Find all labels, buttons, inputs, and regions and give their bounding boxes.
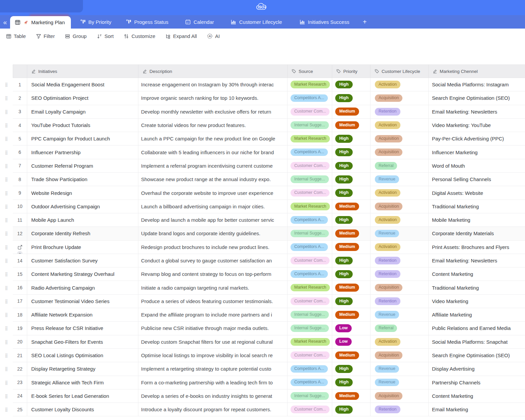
drag-handle-icon[interactable]: ⣿ [5, 245, 8, 249]
column-header-priority[interactable]: Priority [332, 65, 370, 78]
source-badge[interactable]: Competitors A... [291, 270, 328, 278]
lifecycle-cell[interactable]: Revenue [370, 173, 428, 186]
row-number-cell[interactable]: 22 [13, 362, 27, 376]
table-row[interactable]: ⣿4YouTube Product TutorialsCreate tutori… [0, 119, 525, 132]
table-row[interactable]: ⣿18Affiliate Network ExpansionExpand the… [0, 308, 525, 322]
column-header-initiatives[interactable]: Initiatives [27, 65, 138, 78]
priority-badge[interactable]: High [335, 189, 353, 197]
drag-handle-icon[interactable]: ⣿ [5, 408, 8, 412]
row-number-cell[interactable]: 17 [13, 295, 27, 308]
row-number-cell[interactable]: 20 [13, 335, 27, 349]
column-header-source[interactable]: Source [287, 65, 332, 78]
tab-marketing-plan[interactable]: Marketing Plan [10, 16, 71, 29]
table-row[interactable]: ⣿20Snapchat Geo-Filters for EventsDevelo… [0, 335, 525, 349]
priority-cell[interactable]: Medium [332, 227, 370, 240]
description-cell[interactable]: Update brand logos and corporate identit… [138, 227, 287, 240]
channel-cell[interactable]: Social Media Platforms: Snapchat [428, 335, 525, 349]
source-badge[interactable]: Market Research [291, 81, 330, 88]
description-cell[interactable]: Expand the affiliate program to include … [138, 308, 287, 322]
channel-cell[interactable]: Video Marketing [428, 295, 525, 308]
lifecycle-badge[interactable]: Revenue [375, 379, 399, 386]
lifecycle-cell[interactable]: Activation [370, 213, 428, 227]
source-badge[interactable]: Customer Com... [291, 297, 330, 305]
lifecycle-badge[interactable]: Acquisition [375, 94, 402, 102]
priority-cell[interactable]: Medium [332, 308, 370, 322]
lifecycle-badge[interactable]: Retention [375, 257, 400, 264]
initiative-cell[interactable]: Influencer Partnership [27, 145, 138, 159]
toolbar-sort-button[interactable]: Sort [97, 33, 114, 39]
priority-badge[interactable]: Medium [335, 203, 359, 211]
row-number-cell[interactable]: 12 [13, 227, 27, 240]
priority-badge[interactable]: High [335, 365, 353, 373]
initiative-cell[interactable]: Customer Referral Program [27, 159, 138, 173]
source-cell[interactable]: Customer Com... [287, 186, 332, 200]
lifecycle-badge[interactable]: Activation [375, 243, 400, 251]
priority-badge[interactable]: High [335, 135, 353, 143]
column-header-marketing-chennel[interactable]: Marketing Chennel [428, 65, 525, 78]
drag-handle-icon[interactable]: ⣿ [5, 232, 8, 236]
lifecycle-cell[interactable]: Retention [370, 105, 428, 119]
source-cell[interactable]: Internal Sugge... [287, 173, 332, 186]
priority-cell[interactable]: High [332, 267, 370, 281]
initiative-cell[interactable]: Trade Show Participation [27, 173, 138, 186]
drag-handle-icon[interactable]: ⣿ [5, 326, 8, 330]
priority-badge[interactable]: High [335, 81, 353, 89]
lifecycle-cell[interactable]: Revenue [370, 376, 428, 389]
priority-cell[interactable]: High [332, 362, 370, 376]
initiative-cell[interactable]: Corporate Identity Refresh [27, 227, 138, 240]
add-view-button[interactable]: + [359, 15, 370, 29]
initiative-cell[interactable]: SEO Local Listings Optimisation [27, 349, 138, 362]
lifecycle-badge[interactable]: Revenue [375, 365, 399, 373]
source-cell[interactable]: Market Research [287, 200, 332, 213]
description-cell[interactable]: Develop custom Snapchat filters for use … [138, 335, 287, 349]
source-badge[interactable]: Competitors A... [291, 216, 328, 224]
lifecycle-badge[interactable]: Activation [375, 121, 400, 129]
priority-cell[interactable]: High [332, 186, 370, 200]
source-cell[interactable]: Customer Com... [287, 159, 332, 173]
description-cell[interactable]: Improve organic search ranking for top 1… [138, 91, 287, 105]
toolbar-ai-button[interactable]: AI AI [207, 33, 220, 39]
lifecycle-cell[interactable]: Retention [370, 295, 428, 308]
table-row[interactable]: ⣿11Mobile App LaunchDevelop and launch a… [0, 213, 525, 227]
priority-badge[interactable]: High [335, 148, 353, 156]
initiative-cell[interactable]: E-book Series for Lead Generation [27, 389, 138, 403]
source-badge[interactable]: Customer Com... [291, 189, 330, 197]
initiative-cell[interactable]: Outdoor Advertising Campaign [27, 200, 138, 213]
initiative-cell[interactable]: SEO Optimisation Project [27, 91, 138, 105]
priority-cell[interactable]: Medium [332, 349, 370, 362]
channel-cell[interactable]: Traditional Marketing [428, 200, 525, 213]
row-number-cell[interactable]: 19 [13, 322, 27, 335]
source-cell[interactable]: Internal Sugge... [287, 322, 332, 335]
description-cell[interactable]: Revamp blog and content strategy to focu… [138, 267, 287, 281]
initiative-cell[interactable]: Strategic Alliance with Tech Firm [27, 376, 138, 389]
priority-cell[interactable]: Medium [332, 241, 370, 254]
table-row[interactable]: ⣿7Customer Referral ProgramImplement a r… [0, 159, 525, 173]
lifecycle-badge[interactable]: Retention [375, 297, 400, 305]
lifecycle-cell[interactable]: Activation [370, 335, 428, 349]
external-link-icon[interactable] [17, 245, 23, 250]
channel-cell[interactable]: Social Media Platforms: Instagram [428, 78, 525, 91]
row-number-cell[interactable]: 18 [13, 308, 27, 322]
row-number-cell[interactable]: 1 [13, 78, 27, 91]
source-cell[interactable]: Competitors A... [287, 376, 332, 389]
collapse-sidebar-icon[interactable]: « [0, 16, 10, 29]
priority-badge[interactable]: Medium [335, 121, 359, 129]
table-row[interactable]: ⣿9Website RedesignOverhaul the corporate… [0, 186, 525, 200]
priority-cell[interactable]: High [332, 91, 370, 105]
priority-cell[interactable]: High [332, 213, 370, 227]
table-row[interactable]: ⣿6Influencer PartnershipCollaborate with… [0, 145, 525, 159]
row-number-cell[interactable]: 9 [13, 186, 27, 200]
source-cell[interactable]: Market Research [287, 78, 332, 91]
toolbar-group-button[interactable]: Group [65, 33, 87, 39]
source-badge[interactable]: Competitors A... [291, 365, 328, 373]
channel-cell[interactable]: Pay-Per-Click Advertising (PPC) [428, 132, 525, 145]
priority-badge[interactable]: High [335, 162, 353, 170]
table-row[interactable]: ⣿22Display Retargeting StrategyImplement… [0, 362, 525, 376]
lifecycle-cell[interactable]: Acquisition [370, 145, 428, 159]
row-number-cell[interactable]: 14 [13, 254, 27, 267]
row-number-cell[interactable]: 11 [13, 213, 27, 227]
source-badge[interactable]: Customer Com... [291, 162, 330, 170]
lifecycle-cell[interactable]: Revenue [370, 362, 428, 376]
channel-cell[interactable]: Video Marketing: YouTube [428, 119, 525, 132]
channel-cell[interactable]: Word of Mouth [428, 159, 525, 173]
